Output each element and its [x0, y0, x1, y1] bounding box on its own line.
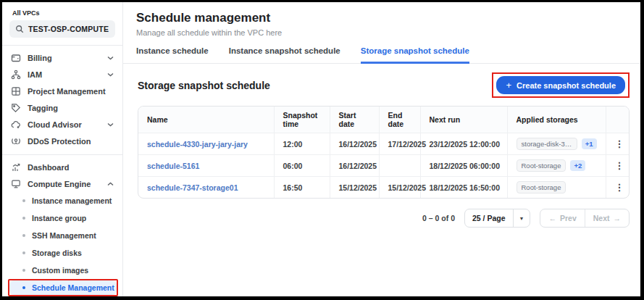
- more-storages-badge[interactable]: +1: [582, 138, 597, 149]
- table-header-row: Name Snapshot time Start date End date N…: [138, 107, 630, 133]
- page-size-select[interactable]: 25 / Page ▼: [464, 209, 530, 228]
- row-actions-kebab-icon[interactable]: ⋮: [606, 177, 630, 199]
- section-title: Storage snapshot schedule: [138, 80, 270, 91]
- start-date-cell: 16/12/2025: [330, 133, 379, 155]
- page-header: Schedule management Manage all schedule …: [123, 2, 640, 37]
- column-header-applied-storages: Applied storages: [507, 107, 606, 133]
- prev-page-button[interactable]: ←Prev: [540, 209, 584, 227]
- start-date-cell: 15/12/2025: [330, 177, 379, 199]
- sidebar-item-label: Instance group: [32, 214, 86, 222]
- dashboard-icon: [11, 162, 21, 172]
- sidebar-item-label: Dashboard: [28, 163, 69, 172]
- storage-chip: Root-storage: [517, 159, 566, 172]
- row-actions-kebab-icon[interactable]: ⋮: [606, 155, 630, 177]
- end-date-cell: [379, 155, 420, 177]
- app-window: All VPCs TEST-OSP-COMPUTE Billing IAM Pr…: [0, 0, 644, 300]
- sidebar-item-project-management[interactable]: Project Management: [2, 83, 122, 99]
- sidebar-item-compute-engine[interactable]: Compute Engine: [2, 175, 122, 192]
- sidebar-item-instance-management[interactable]: Instance management: [9, 193, 117, 208]
- sidebar: All VPCs TEST-OSP-COMPUTE Billing IAM Pr…: [2, 2, 123, 296]
- tab-bar: Instance schedule Instance snapshot sche…: [123, 37, 640, 64]
- sidebar-item-label: Compute Engine: [28, 180, 91, 188]
- vpc-scope-label: All VPCs: [12, 9, 122, 17]
- next-page-button[interactable]: Next→: [585, 209, 629, 227]
- page-size-value: 25 / Page: [465, 209, 513, 227]
- compute-engine-submenu: Instance management Instance group SSH M…: [2, 192, 122, 296]
- schedule-name-link[interactable]: schedule-7347-storage01: [138, 177, 274, 199]
- sidebar-item-tagging[interactable]: Tagging: [2, 99, 122, 116]
- page-subtitle: Manage all schedule within the VPC here: [136, 28, 627, 37]
- sidebar-item-instance-group[interactable]: Instance group: [9, 211, 117, 225]
- pagination: 0 – 0 of 0 25 / Page ▼ ←Prev Next→: [138, 209, 630, 228]
- vpc-selector[interactable]: TEST-OSP-COMPUTE: [9, 20, 115, 38]
- sidebar-item-cloud-advisor[interactable]: Cloud Advisor: [2, 116, 122, 133]
- end-date-cell: 17/12/2025: [379, 133, 420, 155]
- more-storages-badge[interactable]: +2: [570, 160, 585, 171]
- start-date-cell: 16/12/2025: [330, 155, 379, 177]
- bullet-icon: [22, 286, 25, 289]
- sidebar-item-label: Custom images: [32, 266, 88, 275]
- column-header-name: Name: [138, 107, 274, 133]
- annotation-box-create-button: + Create snapshot schedule: [492, 72, 630, 98]
- create-snapshot-schedule-button[interactable]: + Create snapshot schedule: [496, 76, 625, 94]
- applied-storages-cell: Root-storage: [507, 177, 606, 199]
- bullet-icon: [22, 251, 25, 254]
- sidebar-item-ddos-protection[interactable]: DDoS Protection: [2, 133, 122, 149]
- table-row: schedule-5161 06:00 16/12/2025 18/12/202…: [138, 155, 630, 177]
- schedule-name-link[interactable]: schedule-4330-jary-jary-jary: [138, 133, 274, 155]
- next-run-cell: 23/12/2025 12:00:00: [420, 133, 507, 155]
- column-header-end-date: End date: [379, 107, 420, 133]
- column-header-snapshot-time: Snapshot time: [274, 107, 330, 133]
- sidebar-item-label: Billing: [28, 54, 52, 62]
- sidebar-item-ssh-management[interactable]: SSH Management: [9, 228, 117, 243]
- sidebar-nav-primary: Billing IAM Project Management Tagging C…: [2, 46, 122, 153]
- bullet-icon: [22, 199, 25, 202]
- sidebar-item-schedule-management[interactable]: Schedule Management: [9, 280, 117, 295]
- table-row: schedule-7347-storage01 16:50 15/12/2025…: [138, 177, 630, 199]
- next-run-cell: 18/12/2025 06:00:00: [420, 155, 507, 177]
- row-actions-kebab-icon[interactable]: ⋮: [606, 133, 630, 155]
- chevron-down-icon: [107, 122, 114, 127]
- arrow-right-icon: →: [614, 214, 622, 222]
- sidebar-item-label: SSH Management: [32, 231, 96, 240]
- shield-icon: [11, 136, 21, 146]
- sidebar-item-dashboard[interactable]: Dashboard: [2, 159, 122, 175]
- tab-storage-snapshot-schedule[interactable]: Storage snapshot schedule: [361, 46, 469, 64]
- sidebar-item-custom-images[interactable]: Custom images: [9, 263, 117, 278]
- storage-chip: Root-storage: [517, 181, 566, 193]
- sidebar-item-billing[interactable]: Billing: [2, 49, 122, 66]
- section-header: Storage snapshot schedule + Create snaps…: [138, 72, 630, 98]
- main-content: Schedule management Manage all schedule …: [123, 2, 640, 296]
- vpc-selector-value: TEST-OSP-COMPUTE: [28, 25, 109, 33]
- schedule-table: Name Snapshot time Start date End date N…: [138, 106, 630, 199]
- applied-storages-cell: Root-storage+2: [507, 155, 606, 177]
- sidebar-item-storage-disks[interactable]: Storage disks: [9, 246, 117, 260]
- applied-storages-cell: storage-disk-3478-demo+1: [507, 133, 606, 155]
- column-header-actions: [606, 107, 630, 133]
- chevron-down-icon: [107, 72, 114, 77]
- iam-icon: [11, 70, 21, 80]
- bullet-icon: [22, 269, 25, 272]
- billing-icon: [11, 53, 21, 63]
- chevron-up-icon: [107, 182, 114, 186]
- tab-instance-snapshot-schedule[interactable]: Instance snapshot schedule: [229, 46, 340, 64]
- snapshot-time-cell: 16:50: [274, 177, 330, 199]
- create-button-label: Create snapshot schedule: [517, 81, 616, 90]
- bullet-icon: [22, 217, 25, 220]
- cloud-icon: [11, 120, 21, 130]
- column-header-next-run: Next run: [420, 107, 507, 133]
- schedule-name-link[interactable]: schedule-5161: [138, 155, 274, 177]
- page-title: Schedule management: [136, 11, 627, 25]
- sidebar-item-label: Cloud Advisor: [28, 120, 82, 129]
- pager: ←Prev Next→: [540, 209, 630, 228]
- sidebar-item-iam[interactable]: IAM: [2, 66, 122, 83]
- monitor-icon: [11, 179, 21, 189]
- tab-panel-storage-snapshot-schedule: Storage snapshot schedule + Create snaps…: [123, 64, 640, 228]
- chevron-down-icon: ▼: [513, 209, 530, 227]
- sidebar-item-label: Project Management: [28, 87, 106, 96]
- pagination-range: 0 – 0 of 0: [422, 214, 455, 222]
- snapshot-time-cell: 12:00: [274, 133, 330, 155]
- search-icon: [15, 25, 24, 33]
- arrow-left-icon: ←: [548, 214, 556, 222]
- tab-instance-schedule[interactable]: Instance schedule: [136, 46, 209, 64]
